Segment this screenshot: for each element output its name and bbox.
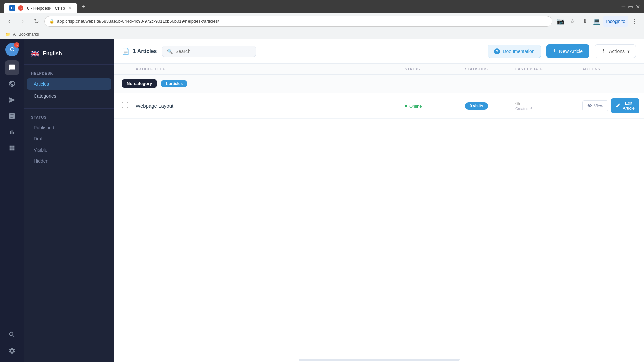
content-header: 📄 1 Articles 🔍 ? Documentation + New Art… xyxy=(114,39,644,64)
status-section-label: STATUS xyxy=(24,114,114,122)
avatar[interactable]: C 6 xyxy=(5,43,19,56)
main-sidebar: 🇬🇧 English HELPDESK Articles Categories … xyxy=(24,39,114,362)
edit-article-button[interactable]: Edit Article xyxy=(611,98,639,113)
content-body xyxy=(114,119,644,362)
last-update-time: 6h xyxy=(515,101,582,106)
sidebar-status-draft[interactable]: Draft xyxy=(27,133,111,144)
sidebar-icon-globe[interactable] xyxy=(5,76,19,91)
incognito-icon[interactable]: Incognito xyxy=(603,16,628,27)
sidebar-icon-chart[interactable] xyxy=(5,125,19,139)
search-box[interactable]: 🔍 xyxy=(162,46,256,57)
draft-label: Draft xyxy=(34,136,44,141)
all-bookmarks-label[interactable]: All Bookmarks xyxy=(13,32,39,37)
article-last-update-cell: 6h Created: 6h xyxy=(515,101,582,111)
tab-title: 6 - Helpdesk | Crisp xyxy=(27,6,65,11)
status-section: STATUS Published Draft Visible Hidden xyxy=(24,108,114,166)
browser-chrome: C 6 6 - Helpdesk | Crisp ✕ + ─ ▭ ✕ xyxy=(0,0,644,13)
article-icon: 📄 xyxy=(122,48,129,55)
last-update-header: LAST UPDATE xyxy=(515,67,582,71)
actions-header: ACTIONS xyxy=(582,67,636,71)
active-tab[interactable]: C 6 6 - Helpdesk | Crisp ✕ xyxy=(4,3,77,13)
sidebar-icon-settings[interactable] xyxy=(5,343,19,358)
documentation-button[interactable]: ? Documentation xyxy=(488,45,541,58)
sidebar-icon-clipboard[interactable] xyxy=(5,109,19,123)
sidebar-item-categories[interactable]: Categories xyxy=(27,90,111,102)
sidebar-icon-send[interactable] xyxy=(5,93,19,107)
article-title-header: ARTICLE TITLE xyxy=(136,67,405,71)
article-checkbox[interactable] xyxy=(122,102,128,108)
actions-label: Actions xyxy=(609,49,625,54)
actions-icon xyxy=(601,48,606,54)
hidden-label: Hidden xyxy=(34,158,48,164)
articles-title: 📄 1 Articles xyxy=(122,48,157,55)
bookmark-icon[interactable]: ☆ xyxy=(567,16,578,27)
articles-count-label: 1 Articles xyxy=(133,48,157,54)
documentation-label: Documentation xyxy=(503,49,534,54)
back-button[interactable]: ‹ xyxy=(4,16,15,27)
search-input[interactable] xyxy=(175,49,236,54)
bookmarks-bar: 📁 All Bookmarks xyxy=(0,29,644,39)
edit-label: Edit Article xyxy=(623,101,635,111)
close-button[interactable]: ✕ xyxy=(636,4,640,10)
article-status-cell: Online xyxy=(405,103,465,109)
pencil-icon xyxy=(616,103,621,109)
status-online-badge: Online xyxy=(405,104,422,109)
close-tab-button[interactable]: ✕ xyxy=(68,5,72,11)
status-online-label: Online xyxy=(409,104,422,109)
sidebar-icon-search[interactable] xyxy=(5,327,19,342)
browser-toolbar: ‹ › ↻ 🔒 app.crisp.chat/website/6833ae5b-… xyxy=(0,13,644,29)
bookmarks-icon: 📁 xyxy=(5,32,10,37)
new-tab-button[interactable]: + xyxy=(81,3,85,11)
forward-button[interactable]: › xyxy=(17,16,28,27)
view-button[interactable]: View xyxy=(582,100,608,111)
articles-label: Articles xyxy=(34,81,49,87)
search-icon: 🔍 xyxy=(167,49,173,54)
article-row: Webpage Layout Online 0 visits 6h Create… xyxy=(114,93,644,119)
maximize-button[interactable]: ▭ xyxy=(628,4,633,10)
no-category-badge[interactable]: No category xyxy=(122,79,157,88)
horizontal-scrollbar[interactable] xyxy=(299,359,460,361)
published-label: Published xyxy=(34,125,54,130)
address-bar[interactable]: 🔒 app.crisp.chat/website/6833ae5b-844d-4… xyxy=(44,16,552,27)
documentation-icon: ? xyxy=(494,48,500,54)
url-text: app.crisp.chat/website/6833ae5b-844d-4c9… xyxy=(57,19,547,24)
new-article-button[interactable]: + New Article xyxy=(546,44,590,58)
menu-button[interactable]: ⋮ xyxy=(629,16,640,27)
actions-button[interactable]: Actions ▾ xyxy=(595,44,636,58)
avatar-notification-badge: 6 xyxy=(14,42,19,48)
minimize-button[interactable]: ─ xyxy=(622,4,625,10)
sidebar-icon-chat[interactable] xyxy=(5,60,19,75)
sidebar-item-articles[interactable]: Articles xyxy=(27,78,111,90)
sidebar-status-published[interactable]: Published xyxy=(27,122,111,133)
categories-label: Categories xyxy=(34,93,56,99)
toolbar-actions: 📷 ☆ ⬇ 💻 Incognito ⋮ xyxy=(555,16,640,27)
eye-icon xyxy=(587,103,592,109)
actions-chevron-icon: ▾ xyxy=(627,49,630,54)
secure-icon: 🔒 xyxy=(49,19,54,24)
download-icon[interactable]: ⬇ xyxy=(579,16,590,27)
last-update-created: Created: 6h xyxy=(515,107,582,111)
window-controls: ─ ▭ ✕ xyxy=(622,4,640,10)
sidebar-status-hidden[interactable]: Hidden xyxy=(27,156,111,166)
sidebar-icon-grid[interactable] xyxy=(5,141,19,156)
app-container: C 6 🇬🇧 English xyxy=(0,39,644,362)
new-article-label: New Article xyxy=(559,49,583,54)
visits-badge: 0 visits xyxy=(465,102,488,110)
tab-notification-count: 6 xyxy=(18,5,23,11)
sidebar-status-visible[interactable]: Visible xyxy=(27,144,111,155)
article-title-cell[interactable]: Webpage Layout xyxy=(136,103,405,109)
status-header: STATUS xyxy=(405,67,465,71)
flag-icon: 🇬🇧 xyxy=(31,50,39,58)
table-header: ARTICLE TITLE STATUS STATISTICS LAST UPD… xyxy=(114,64,644,75)
helpdesk-section-label: HELPDESK xyxy=(24,70,114,78)
article-statistics-cell: 0 visits xyxy=(465,103,515,109)
camera-icon[interactable]: 📷 xyxy=(555,16,566,27)
devices-icon[interactable]: 💻 xyxy=(591,16,602,27)
refresh-button[interactable]: ↻ xyxy=(31,16,42,27)
tab-favicon: C xyxy=(9,5,15,11)
main-content: 📄 1 Articles 🔍 ? Documentation + New Art… xyxy=(114,39,644,362)
visible-label: Visible xyxy=(34,147,47,153)
language-selector[interactable]: 🇬🇧 English xyxy=(24,46,114,65)
statistics-header: STATISTICS xyxy=(465,67,515,71)
articles-count-badge: 1 articles xyxy=(161,80,187,87)
